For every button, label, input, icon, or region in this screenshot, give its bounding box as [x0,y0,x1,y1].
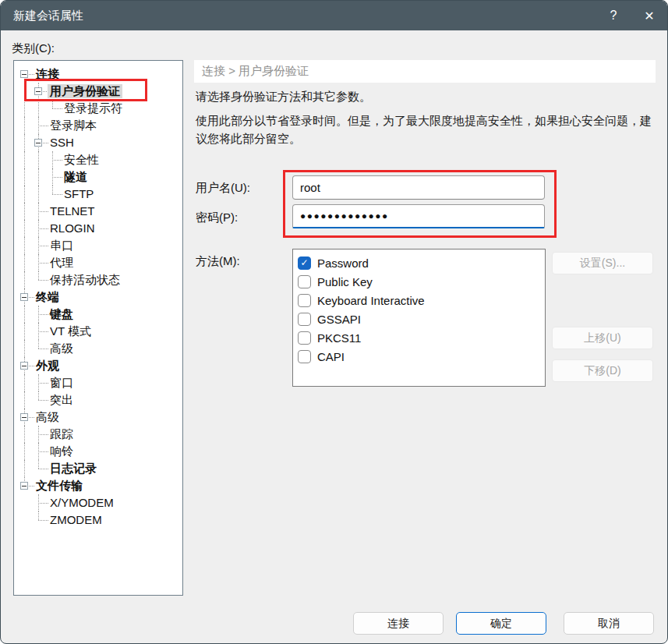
tree-item-VT-模式[interactable]: VT 模式 [14,323,182,340]
tree-collapse-icon[interactable] [34,87,42,95]
unchecked-checkbox[interactable] [298,313,311,326]
tree-collapse-icon[interactable] [34,139,42,147]
minus-glyph [22,297,27,298]
tree-item-label: 响铃 [48,444,76,458]
tree-item-终端[interactable]: 终端 [14,288,182,306]
tree-item-高级[interactable]: 高级 [14,340,182,357]
unchecked-checkbox[interactable] [298,331,311,345]
tree-item-外观[interactable]: 外观 [14,357,182,374]
取消-button[interactable]: 取消 [564,612,654,635]
username-label: 用户名(U): [196,181,250,196]
method-item-pkcs11[interactable]: PKCS11 [298,328,545,347]
tree-item-跟踪[interactable]: 跟踪 [14,426,182,443]
tree-item-label: X/YMODEM [48,496,116,510]
tree-collapse-icon[interactable] [20,70,28,78]
tree-collapse-icon[interactable] [20,413,28,421]
method-item-password[interactable]: ✓Password [298,253,545,272]
tree-guide-line [24,220,25,237]
unchecked-checkbox[interactable] [298,350,311,363]
tree-collapse-icon[interactable] [20,293,28,301]
description-line-1: 请选择身份验证方法和其它参数。 [196,90,371,104]
设置-button: 设置(S)... [552,252,653,274]
minus-glyph [22,417,27,418]
description-line-2: 使用此部分以节省登录时间。但是，为了最大限度地提高安全性，如果担心安全问题，建议… [196,111,660,147]
tree-collapse-icon[interactable] [20,362,28,370]
下移-button: 下移(D) [552,359,653,382]
连接-button[interactable]: 连接 [353,612,444,635]
tree-guide-line [24,426,25,443]
确定-button[interactable]: 确定 [456,612,546,635]
tree-item-安全性[interactable]: 安全性 [14,151,182,168]
tree-item-登录提示符[interactable]: 登录提示符 [14,100,182,117]
tree-guide-line [38,511,39,520]
tree-item-label: 连接 [34,67,62,81]
tree-guide-line [24,443,25,460]
tree-item-用户身份验证[interactable]: 用户身份验证 [14,83,182,100]
tree-guide-line [38,391,39,400]
username-input[interactable] [292,175,545,200]
tree-guide-line [38,271,39,280]
tree-guide-line [38,186,39,203]
tree-guide-line [24,203,25,220]
tree-item-label: 日志记录 [48,462,99,476]
tree-item-登录脚本[interactable]: 登录脚本 [14,117,182,134]
tree-item-label: 终端 [34,290,62,304]
tree-guide-line [38,100,39,117]
minus-glyph [22,74,27,75]
tree-item-X-YMODEM[interactable]: X/YMODEM [14,494,182,511]
tree-item-label: 串口 [48,239,76,253]
tree-guide-line [24,100,25,117]
close-icon[interactable]: ✕ [631,1,667,30]
tree-guide-line [24,391,25,409]
tree-item-键盘[interactable]: 键盘 [14,306,182,323]
tree-item-日志记录[interactable]: 日志记录 [14,460,182,477]
tree-item-label: 跟踪 [48,427,76,441]
tree-item-连接[interactable]: 连接 [14,65,182,83]
unchecked-checkbox[interactable] [298,275,311,288]
password-input[interactable] [292,204,545,228]
checked-checkbox[interactable]: ✓ [298,257,311,270]
tree-item-label: 文件传输 [34,479,85,493]
tree-item-label: 保持活动状态 [48,273,122,287]
tree-item-label: TELNET [48,204,97,218]
tree-guide-line [24,271,25,288]
tree-item-label: 高级 [34,410,62,424]
method-item-label: Public Key [317,275,373,288]
tree-item-label: VT 模式 [48,324,94,338]
tree-item-label: 外观 [34,359,62,373]
tree-item-代理[interactable]: 代理 [14,254,182,271]
上移-button: 上移(U) [552,327,653,349]
tree-guide-line [38,340,39,349]
method-item-keyboard-interactive[interactable]: Keyboard Interactive [298,291,545,310]
tree-item-label: 隧道 [62,170,90,184]
help-icon[interactable]: ? [596,1,631,30]
tree-collapse-icon[interactable] [20,482,28,490]
minus-glyph [36,91,41,92]
tree-item-响铃[interactable]: 响铃 [14,443,182,460]
tree-item-突出[interactable]: 突出 [14,391,182,409]
tree-guide-line [24,168,25,186]
tree-item-文件传输[interactable]: 文件传输 [14,477,182,494]
tree-guide-line [38,168,39,186]
minus-glyph [36,143,41,143]
tree-item-窗口[interactable]: 窗口 [14,374,182,391]
method-item-gssapi[interactable]: GSSAPI [298,310,545,328]
tree-item-高级[interactable]: 高级 [14,409,182,426]
unchecked-checkbox[interactable] [298,294,311,307]
method-item-public-key[interactable]: Public Key [298,272,545,291]
tree-item-label: ZMODEM [48,513,104,527]
breadcrumb: 连接 > 用户身份验证 [194,60,656,83]
method-item-capi[interactable]: CAPI [298,347,545,366]
tree-item-隧道[interactable]: 隧道 [14,168,182,186]
tree-item-TELNET[interactable]: TELNET [14,203,182,220]
tree-item-串口[interactable]: 串口 [14,237,182,254]
category-label: 类别(C): [12,41,55,56]
method-listbox[interactable]: ✓PasswordPublic KeyKeyboard InteractiveG… [292,249,546,387]
method-item-label: Keyboard Interactive [317,294,425,307]
tree-item-ZMODEM[interactable]: ZMODEM [14,511,182,529]
tree-item-保持活动状态[interactable]: 保持活动状态 [14,271,182,288]
tree-item-SSH[interactable]: SSH [14,134,182,151]
tree-item-SFTP[interactable]: SFTP [14,186,182,203]
method-label: 方法(M): [196,254,240,269]
tree-item-RLOGIN[interactable]: RLOGIN [14,220,182,237]
